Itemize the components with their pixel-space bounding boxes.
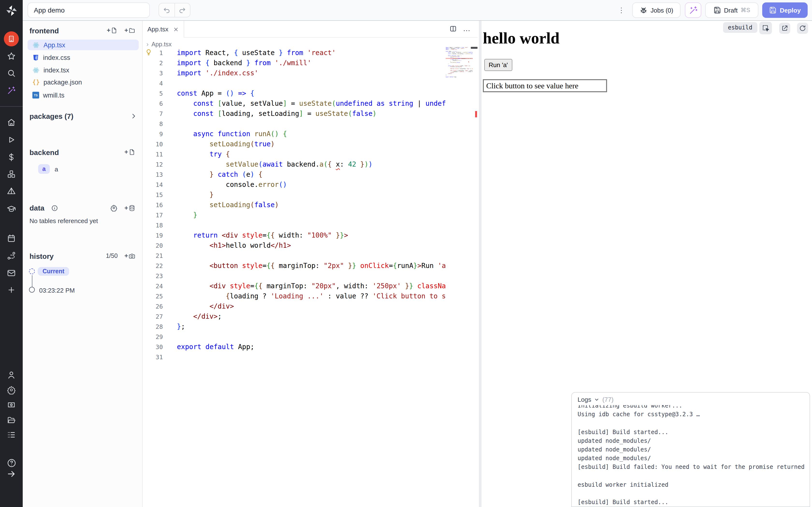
line-numbers: 1234567891011121314151617181920212223242… bbox=[143, 48, 167, 362]
plus-icon[interactable] bbox=[0, 285, 23, 294]
ai-wand-button[interactable] bbox=[685, 2, 701, 18]
save-draft-icon bbox=[713, 6, 721, 14]
editor-tab-bar: App.tsx bbox=[143, 21, 477, 38]
undo-icon[interactable] bbox=[159, 3, 174, 17]
file-row-wmill-ts[interactable]: TSwmill.ts bbox=[28, 90, 139, 101]
left-nav-rail bbox=[0, 0, 23, 507]
history-current-badge[interactable]: Current bbox=[38, 267, 69, 276]
open-external-icon[interactable] bbox=[779, 23, 790, 34]
magic-wand-icon[interactable] bbox=[0, 86, 23, 95]
backend-script-badge[interactable]: a bbox=[38, 164, 50, 174]
history-entry-node[interactable] bbox=[29, 287, 35, 293]
data-empty-note: No tables referenced yet bbox=[30, 217, 98, 225]
braces-file-icon bbox=[33, 78, 40, 86]
user-icon[interactable] bbox=[0, 370, 23, 380]
file-name: package.json bbox=[44, 78, 82, 86]
tab-app-tsx[interactable]: App.tsx bbox=[143, 21, 184, 38]
add-backend-script-button[interactable]: + bbox=[124, 148, 135, 156]
react-file-icon bbox=[33, 66, 40, 74]
gear-icon[interactable] bbox=[0, 385, 23, 394]
split-editor-icon[interactable] bbox=[449, 24, 457, 33]
rail-divider bbox=[0, 106, 23, 107]
panel-resize-handle[interactable] bbox=[479, 21, 481, 507]
file-row-package-json[interactable]: package.json bbox=[28, 77, 139, 88]
folder-open-icon[interactable] bbox=[0, 415, 23, 425]
file-name: App.tsx bbox=[44, 41, 65, 49]
undo-redo-group bbox=[158, 3, 191, 17]
data-section-title: data bbox=[30, 204, 45, 212]
packages-section[interactable]: packages (7) bbox=[30, 112, 73, 120]
redo-icon[interactable] bbox=[174, 3, 190, 17]
graduation-cap-icon[interactable] bbox=[0, 204, 23, 213]
star-icon[interactable] bbox=[0, 52, 23, 61]
calendar-icon[interactable] bbox=[0, 234, 23, 243]
history-section-title: history bbox=[30, 252, 54, 260]
windmill-logo-icon[interactable] bbox=[0, 4, 23, 17]
dollar-icon[interactable] bbox=[0, 153, 23, 162]
error-ruler-marker bbox=[475, 111, 477, 117]
workspace-avatar[interactable] bbox=[4, 32, 19, 46]
chevron-down-icon bbox=[594, 397, 599, 402]
app-name-input[interactable] bbox=[28, 2, 150, 18]
file-row-app-tsx[interactable]: App.tsx bbox=[28, 40, 139, 50]
top-bar: Jobs (0) Draft ⌘S Deploy bbox=[23, 0, 812, 21]
logs-panel: Logs (77) Initializing esbuild worker...… bbox=[571, 392, 810, 507]
deploy-save-icon bbox=[769, 6, 777, 14]
esbuild-badge[interactable]: esbuild bbox=[723, 22, 757, 33]
add-snapshot-button[interactable]: + bbox=[124, 252, 135, 259]
chevron-right-icon: › bbox=[146, 41, 149, 48]
run-a-button[interactable]: Run 'a' bbox=[484, 59, 512, 71]
timeline-connector bbox=[32, 275, 33, 288]
draft-shortcut: ⌘S bbox=[741, 7, 750, 13]
breadcrumb[interactable]: › App.tsx bbox=[146, 41, 171, 48]
help-circle-icon[interactable] bbox=[0, 458, 23, 468]
layout-list-icon[interactable] bbox=[0, 430, 23, 439]
file-name: wmill.ts bbox=[43, 92, 64, 99]
mail-icon[interactable] bbox=[0, 269, 23, 278]
info-icon[interactable] bbox=[51, 205, 58, 212]
add-file-button[interactable]: + bbox=[107, 26, 118, 34]
jobs-button[interactable]: Jobs (0) bbox=[632, 2, 680, 18]
draft-button[interactable]: Draft ⌘S bbox=[705, 2, 758, 18]
history-entry-timestamp[interactable]: 03:23:22 PM bbox=[39, 287, 75, 294]
file-name: index.css bbox=[43, 54, 70, 61]
home-icon[interactable] bbox=[0, 118, 23, 127]
logs-output[interactable]: Initializing esbuild worker...Using idb … bbox=[577, 405, 808, 507]
logs-header[interactable]: Logs (77) bbox=[577, 396, 614, 403]
editor-more-icon[interactable] bbox=[463, 26, 471, 35]
windmill-app-editor: Jobs (0) Draft ⌘S Deploy frontend + + Ap… bbox=[0, 0, 812, 507]
boxes-icon[interactable] bbox=[0, 169, 23, 179]
history-counter: 1/50 bbox=[106, 252, 118, 259]
pyramid-icon[interactable] bbox=[0, 187, 23, 196]
data-settings-icon[interactable] bbox=[110, 204, 118, 212]
ts-file-icon: TS bbox=[33, 92, 39, 99]
arrow-right-icon[interactable] bbox=[0, 469, 23, 478]
backend-script-label[interactable]: a bbox=[55, 166, 58, 173]
deploy-button[interactable]: Deploy bbox=[762, 2, 808, 18]
close-icon[interactable] bbox=[173, 26, 179, 32]
code-content[interactable]: import React, { useState } from 'react'i… bbox=[177, 48, 446, 362]
refresh-icon[interactable] bbox=[797, 23, 808, 34]
play-icon[interactable] bbox=[0, 135, 23, 145]
more-menu-icon[interactable] bbox=[617, 6, 625, 14]
svg-text:3: 3 bbox=[35, 56, 37, 59]
css-file-icon: 3 bbox=[33, 54, 39, 61]
bug-icon bbox=[640, 6, 648, 14]
minimap[interactable]: import React, { useState } from 'react'i… bbox=[446, 47, 473, 80]
select-component-icon[interactable] bbox=[759, 22, 772, 34]
explorer-panel: frontend + + App.tsx3index.cssindex.tsxp… bbox=[23, 21, 143, 507]
packages-chevron-icon[interactable] bbox=[130, 113, 137, 120]
script-card-icon[interactable] bbox=[0, 400, 23, 409]
code-editor-panel: App.tsx › App.tsx 1234567891011121314151… bbox=[143, 21, 477, 507]
file-row-index-css[interactable]: 3index.css bbox=[28, 52, 139, 63]
add-database-button[interactable]: + bbox=[124, 204, 135, 212]
minimap-slider[interactable] bbox=[471, 47, 477, 49]
svg-text:TS: TS bbox=[34, 94, 38, 97]
file-row-index-tsx[interactable]: index.tsx bbox=[28, 65, 139, 75]
react-file-icon bbox=[33, 41, 40, 49]
magic-wand-icon bbox=[689, 6, 698, 15]
search-icon[interactable] bbox=[0, 68, 23, 78]
route-icon[interactable] bbox=[0, 251, 23, 260]
add-folder-button[interactable]: + bbox=[124, 26, 135, 34]
history-current-node[interactable] bbox=[29, 269, 35, 274]
